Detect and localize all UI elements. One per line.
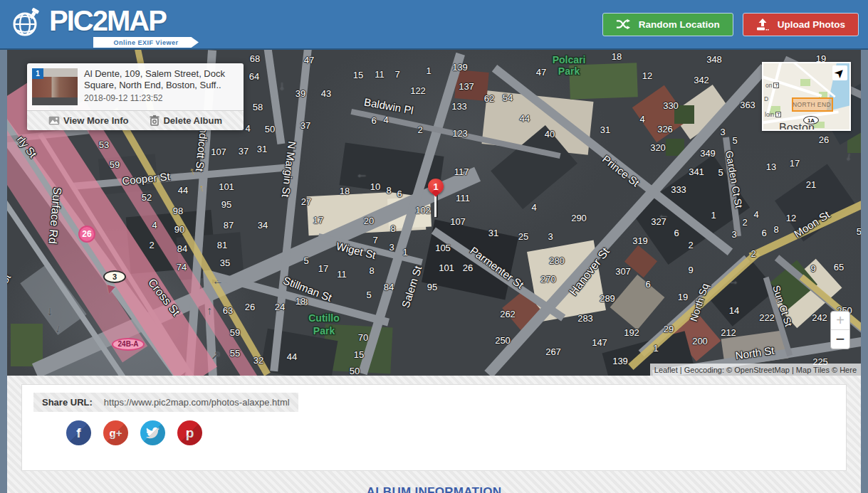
house-number-label: 107 <box>450 217 466 226</box>
house-number-label: 29 <box>664 324 674 334</box>
house-number-label: 105 <box>435 243 451 253</box>
house-number-label: 17 <box>790 159 800 168</box>
house-number-label: 6 <box>674 228 679 238</box>
house-number-label: 59 <box>110 160 120 169</box>
house-number-label: 7 <box>372 235 377 245</box>
park-label: Polcari <box>553 55 586 65</box>
house-number-label: 31 <box>257 144 267 154</box>
house-number-label: 55 <box>230 349 240 358</box>
house-number-label: 122 <box>410 86 426 95</box>
house-number-label: 7 <box>394 70 399 79</box>
house-number-label: 5 <box>366 290 371 299</box>
house-number-label: 6 <box>645 280 650 289</box>
zoom-out-button[interactable]: − <box>831 330 849 349</box>
house-number-label: 1 <box>426 66 431 75</box>
house-number-label: 1 <box>711 211 716 220</box>
house-number-label: 74 <box>177 263 187 272</box>
house-number-label: 117 <box>454 167 469 176</box>
social-facebook-button[interactable]: f <box>66 420 91 445</box>
house-number-label: 319 <box>632 236 648 245</box>
social-pinterest-button[interactable]: p <box>177 420 202 445</box>
zoom-in-button[interactable]: + <box>831 312 849 330</box>
house-number-label: 81 <box>217 240 227 250</box>
house-number-label: 12 <box>786 213 796 223</box>
house-number-label: 15 <box>353 70 363 80</box>
one-way-arrow-icon: ↑ <box>206 305 212 317</box>
house-number-label: 58 <box>253 102 263 112</box>
zoom-control: + − <box>830 311 850 349</box>
house-number-label: 39 <box>296 89 305 98</box>
upload-photos-button[interactable]: Upload Photos <box>743 13 859 36</box>
house-number-label: 52 <box>142 193 152 202</box>
minimap-toggle-button[interactable]: ➤ <box>832 65 847 80</box>
logo-text: PIC2MAP <box>49 6 166 42</box>
random-location-button[interactable]: Random Location <box>602 13 733 36</box>
house-number-label: 326 <box>657 124 673 134</box>
minimap[interactable]: NORTH END 1A Boston onT D loinT ➤ <box>762 62 851 131</box>
upload-icon <box>756 18 769 31</box>
house-number-label: 65 <box>834 263 844 272</box>
header: PIC2MAP Online EXIF Viewer Random Locati… <box>0 0 868 50</box>
trash-icon <box>150 115 160 126</box>
house-number-label: 95 <box>427 282 437 292</box>
house-number-label: 40 <box>545 129 555 139</box>
house-number-label: 98 <box>173 206 183 216</box>
house-number-label: 102 <box>415 206 431 215</box>
house-number-label: 20 <box>364 216 374 226</box>
house-number-label: 5 <box>718 168 723 177</box>
house-number-label: 5 <box>303 256 308 265</box>
map-attribution: Leaflet | Geocoding: © OpenStreetMap | M… <box>650 364 861 376</box>
house-number-label: 19 <box>678 292 688 302</box>
social-google-plus-button[interactable]: g+ <box>103 420 128 445</box>
house-number-label: 95 <box>221 200 231 209</box>
map-viewport[interactable]: rly StSurface RdCooper StEndicott StN Ma… <box>7 50 861 376</box>
house-number-label: 26 <box>245 302 255 312</box>
house-number-label: 21 <box>806 180 816 189</box>
park-label: Cutillo <box>308 313 340 323</box>
house-number-label: 31 <box>600 125 610 134</box>
park-label: Park <box>558 66 580 76</box>
house-number-label: 147 <box>592 338 607 347</box>
house-number-label: 54 <box>503 93 513 102</box>
delete-album-button[interactable]: Delete Album <box>150 115 222 126</box>
view-more-info-button[interactable]: View More Info <box>48 115 129 126</box>
house-number-label: 44 <box>287 352 297 361</box>
one-way-arrow-icon: ↓ <box>845 150 853 162</box>
logo[interactable]: PIC2MAP Online EXIF Viewer <box>9 6 166 43</box>
photo-marker[interactable]: 1 <box>428 179 444 194</box>
photo-thumbnail[interactable]: 1 <box>32 68 78 105</box>
house-number-label: 307 <box>615 267 631 276</box>
share-url-value[interactable]: https://www.pic2map.com/photos-alaxpe.ht… <box>104 397 290 408</box>
one-way-arrow-icon: ↗ <box>211 350 220 361</box>
logo-tagline: Online EXIF Viewer <box>93 37 199 48</box>
house-number-label: 4 <box>531 203 536 212</box>
house-number-label: 50 <box>350 366 360 376</box>
house-number-label: 262 <box>500 309 516 319</box>
house-number-label: 133 <box>451 102 467 111</box>
house-number-label: 70 <box>358 333 368 342</box>
share-url-label: Share URL: <box>42 397 93 408</box>
house-number-label: 192 <box>624 328 639 337</box>
house-number-label: 283 <box>577 314 593 323</box>
social-twitter-button[interactable] <box>140 420 165 445</box>
house-number-label: 5 <box>732 136 737 145</box>
one-way-arrow-icon: ↓ <box>279 79 286 92</box>
house-number-label: 139 <box>452 63 468 72</box>
house-number-label: 84 <box>177 244 187 253</box>
house-number-label: 11 <box>375 70 385 79</box>
minimap-partial-label: loinT <box>765 111 781 118</box>
house-number-label: 27 <box>301 197 311 206</box>
house-number-label: 17 <box>313 216 323 225</box>
house-number-label: 35 <box>220 258 230 267</box>
minimap-region-label: NORTH END <box>793 101 851 108</box>
lower-section: Share URL: https://www.pic2map.com/photo… <box>7 376 861 493</box>
house-number-label: 31 <box>488 228 498 238</box>
house-number-label: 107 <box>211 147 226 157</box>
house-number-label: 9 <box>688 265 693 275</box>
house-number-label: 6 <box>397 189 402 198</box>
house-number-label: 47 <box>304 55 314 65</box>
house-number-label: 3 <box>731 230 736 239</box>
album-information-title: ALBUM INFORMATION <box>7 485 861 493</box>
house-number-label: 341 <box>689 167 704 176</box>
house-number-label: 44 <box>178 186 188 195</box>
